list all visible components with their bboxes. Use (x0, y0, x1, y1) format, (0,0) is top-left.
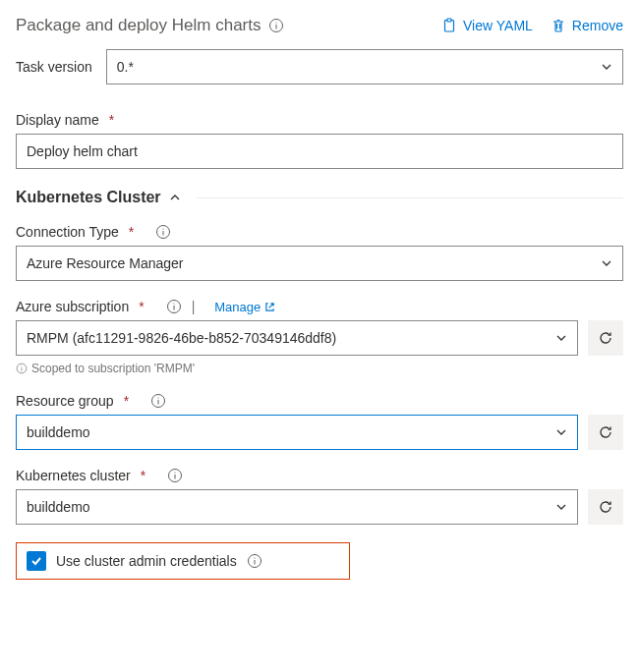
chevron-down-icon (555, 501, 567, 513)
view-yaml-label: View YAML (463, 18, 533, 33)
info-icon[interactable] (268, 18, 284, 33)
required-asterisk: * (109, 112, 114, 128)
info-icon[interactable] (167, 468, 183, 483)
connection-type-label: Connection Type (16, 224, 119, 240)
svg-point-23 (254, 557, 255, 558)
required-asterisk: * (141, 468, 145, 483)
refresh-button[interactable] (588, 489, 623, 525)
svg-point-1 (276, 22, 277, 23)
refresh-icon (598, 330, 613, 346)
svg-point-14 (22, 365, 23, 366)
info-icon[interactable] (155, 224, 171, 240)
required-asterisk: * (139, 299, 144, 314)
svg-point-20 (175, 472, 176, 473)
chevron-down-icon (555, 332, 567, 344)
display-name-input[interactable] (16, 134, 623, 169)
azure-subscription-select[interactable]: RMPM (afc11291-9826-46be-b852-70349146dd… (16, 320, 578, 356)
svg-point-11 (173, 303, 174, 304)
info-icon[interactable] (247, 553, 262, 569)
cluster-admin-row: Use cluster admin credentials (16, 542, 350, 580)
clipboard-icon (441, 18, 457, 33)
remove-button[interactable]: Remove (551, 18, 623, 33)
info-icon[interactable] (150, 393, 166, 409)
connection-type-select[interactable]: Azure Resource Manager (16, 246, 623, 281)
manage-label: Manage (214, 300, 261, 314)
section-kubernetes-cluster[interactable]: Kubernetes Cluster (16, 189, 623, 208)
chevron-down-icon (601, 61, 612, 73)
kubernetes-cluster-select[interactable]: builddemo (16, 489, 578, 525)
required-asterisk: * (124, 393, 129, 409)
cluster-admin-checkbox[interactable] (27, 551, 46, 571)
azure-subscription-label: Azure subscription (16, 299, 129, 314)
cluster-admin-label: Use cluster admin credentials (56, 553, 237, 569)
resource-group-label: Resource group (16, 393, 114, 409)
resource-group-select[interactable]: builddemo (16, 415, 578, 450)
svg-rect-4 (447, 19, 451, 22)
subscription-scope-note: Scoped to subscription 'RMPM' (31, 362, 195, 375)
chevron-up-icon (169, 192, 181, 203)
chevron-down-icon (555, 426, 567, 438)
external-link-icon (264, 302, 275, 312)
page-title: Package and deploy Helm charts (16, 16, 261, 35)
manage-link[interactable]: Manage (214, 300, 275, 314)
separator: | (192, 299, 196, 314)
azure-subscription-value: RMPM (afc11291-9826-46be-b852-70349146dd… (27, 330, 336, 346)
remove-label: Remove (572, 18, 623, 33)
required-asterisk: * (129, 224, 134, 240)
refresh-button[interactable] (588, 320, 623, 356)
svg-point-8 (163, 228, 164, 229)
info-icon (16, 363, 28, 374)
svg-point-17 (157, 397, 158, 398)
resource-group-value: builddemo (27, 424, 90, 440)
kubernetes-cluster-label: Kubernetes cluster (16, 468, 131, 483)
display-name-label: Display name (16, 112, 99, 128)
info-icon[interactable] (166, 299, 182, 314)
section-kubernetes-label: Kubernetes Cluster (16, 189, 161, 206)
refresh-button[interactable] (588, 415, 623, 450)
kubernetes-cluster-value: builddemo (27, 499, 90, 515)
refresh-icon (598, 424, 613, 440)
connection-type-value: Azure Resource Manager (27, 255, 184, 271)
chevron-down-icon (601, 257, 612, 269)
task-version-value: 0.* (117, 59, 134, 75)
refresh-icon (598, 499, 613, 515)
task-version-label: Task version (16, 59, 92, 75)
task-version-select[interactable]: 0.* (106, 49, 623, 84)
view-yaml-button[interactable]: View YAML (441, 18, 533, 33)
trash-icon (551, 18, 566, 33)
